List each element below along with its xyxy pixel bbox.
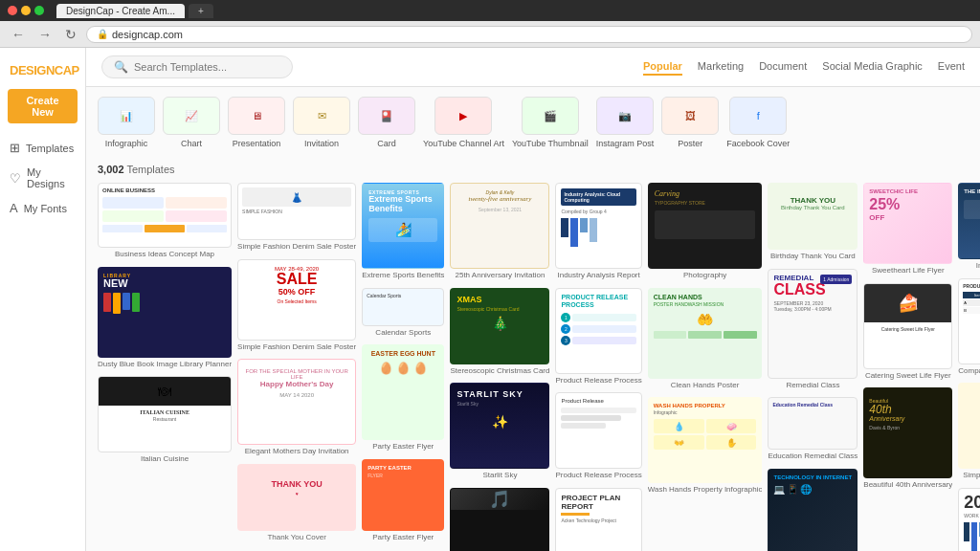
work-summary-card: 2020 WORK SUMMARY REPORT [958, 488, 980, 551]
ch-step-3 [724, 331, 757, 339]
back-button[interactable]: ← [8, 25, 29, 44]
tab-marketing[interactable]: Marketing [698, 58, 744, 76]
template-card-carving[interactable]: Carving TYPOGRAPHY STORE Photography [648, 183, 763, 282]
template-card-library[interactable]: LIBRARY NEW Dusty Blue Book Image Librar… [98, 267, 232, 371]
cat-presentation[interactable]: 🖥 Presentation [228, 97, 285, 148]
search-box[interactable]: 🔍 [101, 55, 293, 78]
template-card-simple-bday[interactable]: THANK YOU Simple Birthday Thank You Simp… [958, 383, 980, 482]
tab-document[interactable]: Document [759, 58, 807, 76]
fashion-icon: 👗 [291, 192, 302, 203]
simple-bday-label: Simple Birthday Thank You [958, 469, 980, 482]
search-input[interactable] [134, 61, 280, 73]
wash-hands-sub: Infographic [654, 409, 757, 415]
starlit-card: STARLIT SKY Starlit Sky ✨ [450, 383, 549, 469]
maximize-dot[interactable] [34, 6, 44, 15]
pp-r2-1: B [963, 307, 980, 314]
cat-invitation[interactable]: ✉ Invitation [293, 97, 350, 148]
xmas-card: XMAS Stereoscopic Christmas Card 🎄 [450, 288, 549, 364]
sale-title: SALE [244, 272, 349, 287]
active-tab[interactable]: DesignCap - Create Am... [56, 4, 185, 18]
template-card-wash-hands[interactable]: WASH HANDS PROPERLY Infographic 💧 🧼 👐 ✋ … [648, 397, 763, 496]
cat-instagram[interactable]: 📷 Instagram Post [596, 97, 655, 148]
product-rel2-card: Product Release [555, 392, 641, 469]
reload-button[interactable]: ↻ [61, 25, 80, 44]
catering-icon: 🍰 [898, 293, 919, 314]
anniversary-label: 25th Anniversary Invitation [450, 269, 549, 282]
template-card-clean-hands[interactable]: CLEAN HANDS POSTER HANDWASH MISSION 🤲 Cl… [648, 288, 763, 392]
cat-infographic[interactable]: 📊 Infographic [98, 97, 155, 148]
instagram-label: Instagram Post [596, 139, 655, 148]
cat-poster[interactable]: 🖼 Poster [661, 97, 719, 148]
cat-facebook[interactable]: f Facebook Cover [726, 97, 790, 148]
template-card-project-plan[interactable]: PROJECT PLAN REPORT Acken Technology Pro… [555, 488, 641, 551]
tab-event[interactable]: Event [938, 58, 965, 76]
sidebar-item-templates[interactable]: ⊞ Templates [0, 135, 85, 161]
presentation-thumb: 🖥 [228, 97, 285, 135]
tab-social-media[interactable]: Social Media Graphic [822, 58, 923, 76]
starlit-icon: ✨ [457, 414, 543, 430]
template-card-xmas[interactable]: XMAS Stereoscopic Christmas Card 🎄 Stere… [450, 288, 549, 378]
template-card-mothers[interactable]: FOR THE SPECIAL MOTHER IN YOUR LIFE Happ… [237, 359, 356, 458]
template-card-sweetchic[interactable]: SWEETCHIC LIFE 25% OFF Sweetheart Life F… [863, 183, 952, 277]
wh-step-1: 💧 [654, 419, 704, 433]
cat-card[interactable]: 🎴 Card [358, 97, 415, 148]
ind-bar-2 [570, 218, 578, 247]
cat-youtube-channel[interactable]: ▶ YouTube Channel Art [423, 97, 504, 148]
anniversary40-label: Beautiful 40th Anniversary [863, 478, 952, 492]
template-card-party-easter[interactable]: PARTY EASTER FLYER Party Easter Flyer [362, 459, 444, 544]
clean-hands-sub: POSTER HANDWASH MISSION [654, 301, 757, 307]
close-dot[interactable] [8, 6, 17, 15]
template-card-product-price[interactable]: PRODUCT PRICE TABLE 2022 Item Qty Price … [958, 278, 980, 378]
create-new-button[interactable]: Create New [8, 89, 78, 123]
template-card-thankyou-card[interactable]: THANK YOU Birthday Thank You Card Birthd… [768, 183, 858, 263]
template-card-starlit[interactable]: STARLIT SKY Starlit Sky ✨ Starlit Sky [450, 383, 549, 482]
template-card-anniversary40[interactable]: Beautiful 40th Anniversary Davis & Byron… [863, 387, 952, 492]
template-card-product-rel2[interactable]: Product Release Product Release Process [555, 392, 641, 482]
tab-popular[interactable]: Popular [643, 58, 682, 76]
template-card-online-biz[interactable]: ONLINE BUSINESS [98, 183, 232, 261]
template-card-calender-sports[interactable]: Calendar Sports Calendar Sports [362, 288, 444, 340]
cat-youtube-thumbnail[interactable]: 🎬 YouTube Thumbnail [512, 97, 589, 148]
template-card-edu-remedial[interactable]: Education Remedial Class Education Remed… [768, 397, 858, 463]
library-new: NEW [103, 278, 226, 289]
logo-cap: CAP [55, 63, 79, 77]
template-card-product-release[interactable]: PRODUCT RELEASE PROCESS 1 2 [555, 288, 641, 387]
template-card-anniversary[interactable]: Dylan & Kelly twenty-five anniversary Se… [450, 183, 549, 282]
template-card-sports[interactable]: EXTREME SPORTS Extreme Sports Benefits 🏄… [362, 183, 444, 282]
address-bar[interactable]: 🔒 designcap.com [86, 26, 972, 43]
cat-chart[interactable]: 📈 Chart [163, 97, 220, 148]
template-card-italian[interactable]: 🍽 ITALIAN CUISINE Restaurant Italian Cui… [98, 376, 232, 466]
book-4 [132, 293, 140, 312]
template-card-remedial[interactable]: REMEDIAL CLASS SEPTEMBER 23, 2020Tuesday… [768, 269, 858, 392]
card-thumb: 🎴 [358, 97, 415, 135]
product-price-card: PRODUCT PRICE TABLE 2022 Item Qty Price … [958, 278, 980, 364]
sidebar-item-my-designs[interactable]: ♡ My Designs [0, 161, 85, 195]
minimize-dot[interactable] [21, 6, 31, 15]
template-card-importance[interactable]: THE IMPORTANCE OF TRIPS Importance of Tr… [958, 183, 980, 273]
infographic-label: Infographic [105, 139, 148, 148]
template-card-easter-egg[interactable]: EASTER EGG HUNT 🥚 🥚 🥚 Party Easter Flyer [362, 344, 444, 453]
template-card-catering[interactable]: 🍰 Catering Sweet Life Flyer Catering Swe… [863, 283, 952, 383]
sidebar-item-my-fonts[interactable]: A My Fonts [0, 195, 85, 221]
template-card-music[interactable]: 🎵 Music Event [450, 488, 549, 551]
instagram-thumb: 📷 [596, 97, 654, 135]
category-tabs: Popular Marketing Document Social Media … [643, 58, 965, 76]
ob-bar-3 [187, 225, 227, 232]
wash-hands-grid: 💧 🧼 👐 ✋ [654, 419, 757, 450]
template-card-tech-internet[interactable]: TECHNOLOGY IN INTERNET 💻 📱 🌐 Technology … [768, 469, 858, 551]
industry-label: Industry Analysis Report [555, 269, 641, 282]
forward-button[interactable]: → [34, 25, 56, 44]
browser-dots [8, 6, 44, 15]
new-tab-btn[interactable]: + [189, 4, 213, 18]
remedial-card: REMEDIAL CLASS SEPTEMBER 23, 2020Tuesday… [768, 269, 858, 379]
template-card-sale[interactable]: MAY 28-49, 2020 SALE 50% OFF On Selected… [237, 259, 356, 354]
template-card-industry[interactable]: Industry Analysis: Cloud Computing Compi… [555, 183, 641, 282]
template-card-thankyou-cover[interactable]: THANK YOU ♥ Thank You Cover [237, 464, 356, 544]
template-card-work-summary[interactable]: 2020 WORK SUMMARY REPORT Work Summary Re… [958, 488, 980, 551]
template-card-simple-fashion[interactable]: 👗 SIMPLE FASHION Simple Fashion Denim Sa… [237, 183, 356, 253]
anniversary-text: twenty-five anniversary [457, 195, 543, 204]
xmas-title: XMAS [457, 295, 543, 304]
fashion-label-text: SIMPLE FASHION [242, 209, 351, 214]
edu-remedial-card: Education Remedial Class [768, 397, 858, 450]
sports-icon: 🏄 [395, 222, 412, 237]
